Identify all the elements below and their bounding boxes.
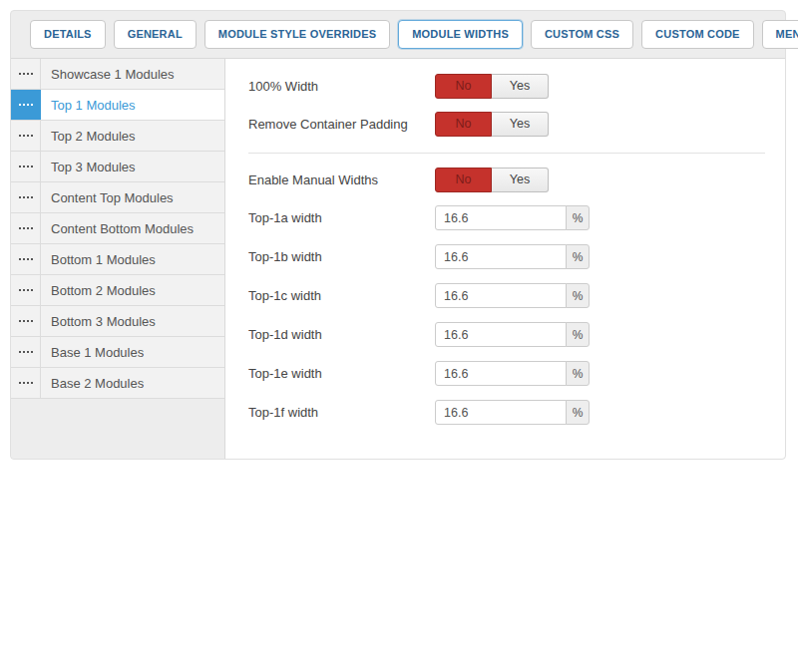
sidebar-item-label: Bottom 3 Modules bbox=[41, 306, 224, 336]
field-label: Top-1f width bbox=[248, 405, 435, 420]
enable-manual-widths-toggle: NoYes bbox=[435, 168, 549, 192]
module-settings-panel: DETAILSGENERALMODULE STYLE OVERRIDESMODU… bbox=[10, 10, 786, 460]
width-input[interactable] bbox=[435, 205, 567, 230]
drag-handle-icon[interactable] bbox=[11, 182, 41, 212]
width-field-row-top-1a-width: Top-1a width% bbox=[248, 205, 765, 230]
sidebar-item-label: Bottom 1 Modules bbox=[41, 244, 224, 274]
tab-module-widths[interactable]: MODULE WIDTHS bbox=[398, 20, 523, 49]
drag-handle-icon[interactable] bbox=[11, 306, 41, 336]
sidebar-item-label: Base 1 Modules bbox=[41, 337, 224, 367]
percent-addon: % bbox=[566, 205, 590, 230]
top-1f-width-input-group: % bbox=[435, 400, 590, 425]
field-label: Enable Manual Widths bbox=[248, 172, 435, 187]
drag-handle-icon[interactable] bbox=[11, 275, 41, 305]
yes-button[interactable]: Yes bbox=[492, 74, 549, 99]
drag-handle-icon[interactable] bbox=[11, 152, 41, 181]
drag-handle-icon[interactable] bbox=[11, 90, 41, 120]
field-label: Remove Container Padding bbox=[248, 117, 435, 132]
field-row-100-width: 100% WidthNoYes bbox=[248, 74, 765, 99]
field-label: Top-1e width bbox=[248, 366, 435, 381]
width-field-row-top-1e-width: Top-1e width% bbox=[248, 361, 765, 386]
yes-button[interactable]: Yes bbox=[492, 168, 549, 192]
remove-container-padding-toggle: NoYes bbox=[435, 112, 549, 137]
field-row-enable-manual-widths: Enable Manual WidthsNoYes bbox=[248, 168, 765, 192]
field-row-remove-container-padding: Remove Container PaddingNoYes bbox=[248, 112, 765, 137]
sidebar-item-base-2-modules[interactable]: Base 2 Modules bbox=[11, 368, 224, 399]
sidebar-item-bottom-1-modules[interactable]: Bottom 1 Modules bbox=[11, 244, 224, 275]
toggle-rows-top: 100% WidthNoYesRemove Container PaddingN… bbox=[248, 74, 765, 137]
tab-menu-assignment[interactable]: MENU ASSIGNMENT bbox=[762, 20, 798, 49]
tab-custom-code[interactable]: CUSTOM CODE bbox=[641, 20, 754, 49]
panel-body: Showcase 1 ModulesTop 1 ModulesTop 2 Mod… bbox=[11, 59, 785, 459]
width-field-row-top-1c-width: Top-1c width% bbox=[248, 283, 765, 308]
drag-handle-icon[interactable] bbox=[11, 244, 41, 274]
percent-addon: % bbox=[566, 400, 590, 425]
sidebar-item-label: Top 2 Modules bbox=[41, 121, 224, 151]
percent-addon: % bbox=[566, 322, 590, 347]
sidebar-item-content-bottom-modules[interactable]: Content Bottom Modules bbox=[11, 213, 224, 244]
sidebar-item-bottom-3-modules[interactable]: Bottom 3 Modules bbox=[11, 306, 224, 337]
no-button[interactable]: No bbox=[435, 74, 492, 99]
field-label: 100% Width bbox=[248, 79, 435, 94]
sidebar-item-label: Content Bottom Modules bbox=[41, 213, 224, 243]
field-label: Top-1d width bbox=[248, 327, 435, 342]
top-1d-width-input-group: % bbox=[435, 322, 590, 347]
width-input[interactable] bbox=[435, 244, 567, 269]
sidebar-item-top-3-modules[interactable]: Top 3 Modules bbox=[11, 152, 224, 182]
width-rows: Top-1a width%Top-1b width%Top-1c width%T… bbox=[248, 205, 765, 425]
percent-addon: % bbox=[566, 244, 590, 269]
drag-handle-icon[interactable] bbox=[11, 121, 41, 151]
sidebar-item-top-1-modules[interactable]: Top 1 Modules bbox=[11, 90, 224, 121]
no-button[interactable]: No bbox=[435, 112, 492, 137]
section-divider bbox=[248, 153, 765, 154]
no-button[interactable]: No bbox=[435, 168, 492, 192]
percent-addon: % bbox=[566, 283, 590, 308]
100-width-toggle: NoYes bbox=[435, 74, 549, 99]
top-1e-width-input-group: % bbox=[435, 361, 590, 386]
width-field-row-top-1d-width: Top-1d width% bbox=[248, 322, 765, 347]
field-label: Top-1b width bbox=[248, 249, 435, 264]
tab-bar: DETAILSGENERALMODULE STYLE OVERRIDESMODU… bbox=[11, 11, 785, 59]
sidebar-item-bottom-2-modules[interactable]: Bottom 2 Modules bbox=[11, 275, 224, 306]
drag-handle-icon[interactable] bbox=[11, 337, 41, 367]
sidebar-item-label: Top 1 Modules bbox=[41, 90, 224, 120]
width-field-row-top-1b-width: Top-1b width% bbox=[248, 244, 765, 269]
width-input[interactable] bbox=[435, 283, 567, 308]
sidebar-item-label: Bottom 2 Modules bbox=[41, 275, 224, 305]
tab-custom-css[interactable]: CUSTOM CSS bbox=[531, 20, 633, 49]
top-1b-width-input-group: % bbox=[435, 244, 590, 269]
drag-handle-icon[interactable] bbox=[11, 368, 41, 398]
width-input[interactable] bbox=[435, 361, 567, 386]
width-field-row-top-1f-width: Top-1f width% bbox=[248, 400, 765, 425]
drag-handle-icon[interactable] bbox=[11, 213, 41, 243]
sidebar-item-label: Base 2 Modules bbox=[41, 368, 224, 398]
tab-details[interactable]: DETAILS bbox=[30, 20, 106, 49]
width-input[interactable] bbox=[435, 400, 567, 425]
sidebar-item-base-1-modules[interactable]: Base 1 Modules bbox=[11, 337, 224, 368]
module-widths-content: 100% WidthNoYesRemove Container PaddingN… bbox=[225, 59, 785, 459]
top-1c-width-input-group: % bbox=[435, 283, 590, 308]
module-positions-sidebar: Showcase 1 ModulesTop 1 ModulesTop 2 Mod… bbox=[11, 59, 225, 459]
sidebar-item-label: Showcase 1 Modules bbox=[41, 59, 224, 89]
yes-button[interactable]: Yes bbox=[492, 112, 549, 137]
percent-addon: % bbox=[566, 361, 590, 386]
tab-general[interactable]: GENERAL bbox=[114, 20, 197, 49]
sidebar-item-top-2-modules[interactable]: Top 2 Modules bbox=[11, 121, 224, 152]
field-label: Top-1c width bbox=[248, 288, 435, 303]
toggle-rows-bottom: Enable Manual WidthsNoYes bbox=[248, 168, 765, 192]
width-input[interactable] bbox=[435, 322, 567, 347]
drag-handle-icon[interactable] bbox=[11, 59, 41, 89]
sidebar-item-showcase-1-modules[interactable]: Showcase 1 Modules bbox=[11, 59, 224, 90]
sidebar-item-label: Top 3 Modules bbox=[41, 152, 224, 181]
sidebar-item-label: Content Top Modules bbox=[41, 182, 224, 212]
sidebar-item-content-top-modules[interactable]: Content Top Modules bbox=[11, 182, 224, 213]
top-1a-width-input-group: % bbox=[435, 205, 590, 230]
tab-module-style-overrides[interactable]: MODULE STYLE OVERRIDES bbox=[204, 20, 390, 49]
field-label: Top-1a width bbox=[248, 210, 435, 225]
